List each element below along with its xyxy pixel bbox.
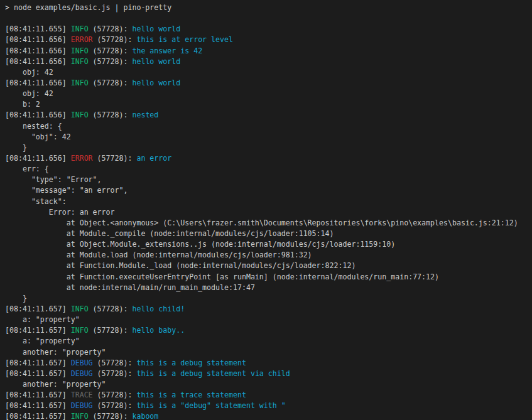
log-timestamp: [08:41:11.657] — [5, 401, 71, 410]
log-timestamp: [08:41:11.657] — [5, 390, 71, 399]
log-timestamp: [08:41:11.657] — [5, 412, 71, 420]
log-timestamp: [08:41:11.656] — [5, 110, 71, 119]
log-pid: (57728): — [93, 369, 137, 378]
log-pid: (57728): — [93, 390, 137, 399]
detail-text: another: "property" — [5, 348, 106, 357]
detail-line: a: "property" — [5, 315, 532, 325]
detail-text: "type": "Error", — [5, 175, 102, 184]
detail-text: at Function.Module._load (node:internal/… — [5, 261, 356, 270]
detail-line: } — [5, 293, 532, 304]
log-line: [08:41:11.657] TRACE (57728): this is a … — [5, 390, 532, 401]
blank-text — [5, 14, 9, 23]
log-pid: (57728): — [89, 326, 133, 335]
log-line: [08:41:11.657] INFO (57728): hello child… — [5, 304, 532, 315]
log-pid: (57728): — [93, 358, 137, 367]
log-message: hello child! — [132, 304, 185, 313]
log-pid: (57728): — [89, 78, 133, 87]
log-level-badge: TRACE — [71, 390, 93, 399]
log-timestamp: [08:41:11.656] — [5, 154, 71, 163]
log-level-badge: INFO — [71, 110, 89, 119]
detail-text: "stack": — [5, 197, 67, 206]
detail-line: at Module.load (node:internal/modules/cj… — [5, 250, 532, 261]
detail-line: at Object.<anonymous> (C:\Users\frazer.s… — [5, 218, 532, 229]
log-level-badge: INFO — [71, 304, 89, 313]
detail-text: another: "property" — [5, 380, 106, 389]
detail-line: another: "property" — [5, 347, 532, 358]
detail-line: at node:internal/main/run_main_module:17… — [5, 283, 532, 293]
detail-line: b: 2 — [5, 99, 532, 110]
log-level-badge: INFO — [71, 46, 89, 55]
log-pid: (57728): — [93, 35, 137, 44]
blank-line — [5, 13, 532, 24]
log-line: [08:41:11.656] ERROR (57728): an error — [5, 153, 532, 164]
detail-text: } — [5, 143, 27, 152]
detail-text: Error: an error — [5, 208, 115, 217]
log-pid: (57728): — [93, 154, 137, 163]
detail-text: err: { — [5, 164, 49, 173]
log-level-badge: DEBUG — [71, 358, 93, 367]
log-level-badge: INFO — [71, 326, 89, 335]
detail-text: at Object.<anonymous> (C:\Users\frazer.s… — [5, 218, 518, 227]
log-line: [08:41:11.657] INFO (57728): hello baby.… — [5, 325, 532, 336]
log-level-badge: INFO — [71, 78, 89, 87]
detail-line: obj: 42 — [5, 67, 532, 78]
log-pid: (57728): — [89, 110, 133, 119]
detail-text: obj: 42 — [5, 89, 53, 98]
log-message: this is a trace statement — [136, 390, 246, 399]
detail-line: at Function.executeUserEntryPoint [as ru… — [5, 272, 532, 283]
log-line: [08:41:11.656] INFO (57728): the answer … — [5, 46, 532, 57]
log-line: [08:41:11.657] DEBUG (57728): this is a … — [5, 369, 532, 379]
detail-line: at Object.Module._extensions..js (node:i… — [5, 239, 532, 250]
log-message: this is at error level — [136, 35, 233, 44]
log-level-badge: ERROR — [71, 35, 93, 44]
log-timestamp: [08:41:11.657] — [5, 358, 71, 367]
log-timestamp: [08:41:11.657] — [5, 304, 71, 313]
detail-line: "stack": — [5, 197, 532, 207]
log-timestamp: [08:41:11.655] — [5, 24, 71, 33]
log-pid: (57728): — [89, 24, 133, 33]
terminal-screen[interactable]: > node examples/basic.js | pino-pretty [… — [0, 0, 532, 420]
log-line: [08:41:11.655] INFO (57728): hello world — [5, 24, 532, 35]
log-message: nested — [132, 110, 158, 119]
detail-text: a: "property" — [5, 315, 80, 324]
log-level-badge: INFO — [71, 412, 89, 420]
detail-line: "type": "Error", — [5, 175, 532, 185]
detail-text: b: 2 — [5, 100, 40, 109]
log-message: this is a debug statement — [136, 358, 246, 367]
log-level-badge: INFO — [71, 57, 89, 66]
log-level-badge: ERROR — [71, 154, 93, 163]
log-line: [08:41:11.657] DEBUG (57728): this is a … — [5, 401, 532, 411]
detail-text: "obj": 42 — [5, 132, 71, 141]
detail-line: err: { — [5, 164, 532, 175]
detail-text: at Function.executeUserEntryPoint [as ru… — [5, 272, 439, 281]
log-level-badge: DEBUG — [71, 401, 93, 410]
log-line: [08:41:11.657] INFO (57728): kaboom — [5, 411, 532, 420]
detail-line: Error: an error — [5, 207, 532, 218]
log-pid: (57728): — [89, 46, 133, 55]
detail-text: obj: 42 — [5, 68, 53, 77]
log-pid: (57728): — [89, 304, 133, 313]
log-message: hello world — [132, 78, 180, 87]
log-line: [08:41:11.656] INFO (57728): nested — [5, 110, 532, 121]
detail-line: nested: { — [5, 121, 532, 132]
log-timestamp: [08:41:11.657] — [5, 369, 71, 378]
terminal-output: > node examples/basic.js | pino-pretty [… — [5, 3, 532, 420]
detail-line: } — [5, 143, 532, 153]
log-level-badge: DEBUG — [71, 369, 93, 378]
log-timestamp: [08:41:11.656] — [5, 46, 71, 55]
log-pid: (57728): — [89, 57, 133, 66]
detail-line: obj: 42 — [5, 89, 532, 99]
detail-line: at Function.Module._load (node:internal/… — [5, 261, 532, 271]
log-message: an error — [136, 154, 171, 163]
command-line: > node examples/basic.js | pino-pretty — [5, 3, 532, 13]
detail-text: } — [5, 294, 27, 303]
detail-text: at Object.Module._extensions..js (node:i… — [5, 240, 395, 249]
log-pid: (57728): — [89, 412, 133, 420]
detail-text: nested: { — [5, 122, 62, 131]
log-level-badge: INFO — [71, 24, 89, 33]
detail-text: at Module.load (node:internal/modules/cj… — [5, 250, 312, 259]
log-message: hello world — [132, 24, 180, 33]
detail-text: at node:internal/main/run_main_module:17… — [5, 283, 255, 292]
detail-line: "message": "an error", — [5, 185, 532, 196]
log-message: the answer is 42 — [132, 46, 202, 55]
